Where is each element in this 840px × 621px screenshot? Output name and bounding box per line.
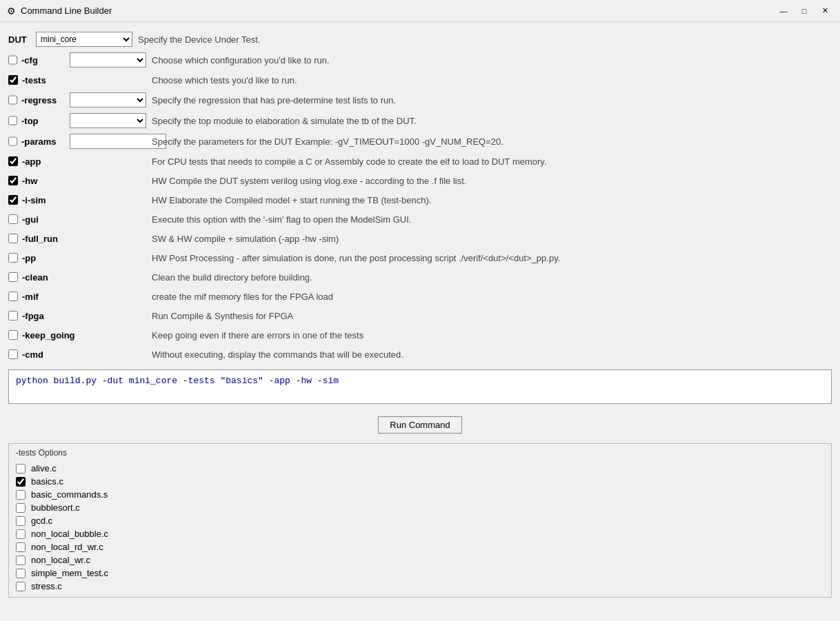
cmd-label-group: -cmd [8,349,146,360]
test-item-non-local-bubble: non_local_bubble.c [16,527,824,540]
minimize-button[interactable]: — [774,4,793,18]
hw-checkbox[interactable] [8,176,18,185]
params-checkbox[interactable] [8,136,17,146]
test-checkbox-simple-mem-test[interactable] [16,569,26,578]
isim-flag: -i-sim [22,195,70,205]
window-title: Command Line Builder [21,6,774,16]
cmd-desc: Without executing, display the commands … [152,349,403,360]
test-item-simple-mem-test: simple_mem_test.c [16,567,824,580]
title-bar: ⚙ Command Line Builder — □ ✕ [0,0,840,22]
main-content: DUT mini_core Specify the Device Under T… [0,22,840,621]
cfg-flag: -cfg [21,55,70,65]
gui-row: -gui Execute this option with the '-sim'… [8,210,832,229]
test-item-stress: stress.c [16,580,824,593]
app-icon: ⚙ [6,6,17,17]
close-button[interactable]: ✕ [815,4,834,18]
gui-flag: -gui [22,214,70,225]
gui-label-group: -gui [8,214,146,225]
cfg-checkbox[interactable] [8,55,17,65]
app-label-group: -app [8,156,146,167]
test-checkbox-non-local-bubble[interactable] [16,529,26,539]
full-run-desc: SW & HW compile + simulation (-app -hw -… [152,234,339,244]
test-item-basics: basics.c [16,475,824,488]
test-checkbox-non-local-rd-wr[interactable] [16,542,26,552]
clean-desc: Clean the build directory before buildin… [152,272,312,283]
full-run-checkbox[interactable] [8,234,18,243]
mif-flag: -mif [22,292,70,302]
test-item-alive: alive.c [16,462,824,475]
cfg-desc: Choose which configuration you'd like to… [152,55,330,65]
dut-label: DUT [8,34,36,45]
app-checkbox[interactable] [8,156,18,166]
test-checkbox-non-local-wr[interactable] [16,556,26,565]
pp-row: -pp HW Post Processing - after simulatio… [8,248,832,267]
gui-desc: Execute this option with the '-sim' flag… [152,214,411,225]
keep-going-flag: -keep_going [22,330,75,340]
top-checkbox[interactable] [8,116,17,125]
params-row: -params Specify the parameters for the D… [8,131,832,152]
isim-label-group: -i-sim [8,195,146,205]
test-label-basics: basics.c [31,476,63,487]
cmd-checkbox[interactable] [8,349,18,359]
test-label-simple-mem-test: simple_mem_test.c [31,568,108,578]
top-flag: -top [21,116,70,126]
keep-going-checkbox[interactable] [8,330,18,340]
run-command-section: Run Command [8,409,832,440]
fpga-row: -fpga Run Compile & Synthesis for FPGA [8,306,832,325]
clean-checkbox[interactable] [8,272,18,282]
full-run-flag: -full_run [22,234,70,244]
test-item-basic-commands: basic_commands.s [16,488,824,501]
app-flag: -app [22,156,70,167]
gui-checkbox[interactable] [8,214,18,224]
pp-checkbox[interactable] [8,253,18,263]
cmd-flag: -cmd [22,349,70,360]
test-item-non-local-rd-wr: non_local_rd_wr.c [16,540,824,553]
test-item-non-local-wr: non_local_wr.c [16,553,824,567]
tests-desc: Choose which tests you'd like to run. [152,75,297,85]
tests-label-group: -tests [8,75,146,85]
regress-select[interactable] [70,92,146,108]
test-checkbox-gcd[interactable] [16,516,26,526]
keep-going-label-group: -keep_going [8,330,146,340]
params-flag: -params [21,136,70,147]
test-label-stress: stress.c [31,581,62,591]
tests-checkbox[interactable] [8,75,18,85]
tests-options-title: -tests Options [16,448,824,458]
clean-flag: -clean [22,272,70,283]
test-checkbox-basic-commands[interactable] [16,490,26,500]
isim-checkbox[interactable] [8,195,18,205]
cfg-row: -cfg Choose which configuration you'd li… [8,50,832,70]
top-label-group: -top [8,113,146,128]
cfg-select[interactable] [70,52,146,68]
test-checkbox-alive[interactable] [16,464,26,474]
app-row: -app For CPU tests that needs to compile… [8,152,832,171]
test-label-gcd: gcd.c [31,516,52,526]
fpga-checkbox[interactable] [8,311,18,320]
run-command-button[interactable]: Run Command [378,416,461,434]
mif-checkbox[interactable] [8,292,18,301]
test-item-bubblesort: bubblesort.c [16,501,824,514]
regress-flag: -regress [21,95,70,105]
test-checkbox-stress[interactable] [16,582,26,591]
test-checkbox-bubblesort[interactable] [16,503,26,513]
tests-row: -tests Choose which tests you'd like to … [8,70,832,90]
dut-desc: Specify the Device Under Test. [138,34,261,45]
top-row: -top Specify the top module to elaborati… [8,110,832,131]
maximize-button[interactable]: □ [794,4,814,18]
dut-select[interactable]: mini_core [36,32,132,47]
top-select[interactable] [70,113,146,128]
regress-row: -regress Specify the regression that has… [8,90,832,110]
fpga-label-group: -fpga [8,311,146,321]
keep-going-row: -keep_going Keep going even if there are… [8,325,832,345]
test-label-non-local-wr: non_local_wr.c [31,555,90,565]
test-label-basic-commands: basic_commands.s [31,489,108,500]
isim-row: -i-sim HW Elaborate the Compiled model +… [8,190,832,210]
pp-label-group: -pp [8,253,146,263]
pp-desc: HW Post Processing - after simulation is… [152,253,560,263]
test-checkbox-basics[interactable] [16,477,26,487]
params-desc: Specify the parameters for the DUT Examp… [152,136,503,147]
tests-flag: -tests [22,75,70,85]
mif-desc: create the mif memory files for the FPGA… [152,292,333,302]
mif-row: -mif create the mif memory files for the… [8,287,832,306]
regress-checkbox[interactable] [8,95,17,105]
